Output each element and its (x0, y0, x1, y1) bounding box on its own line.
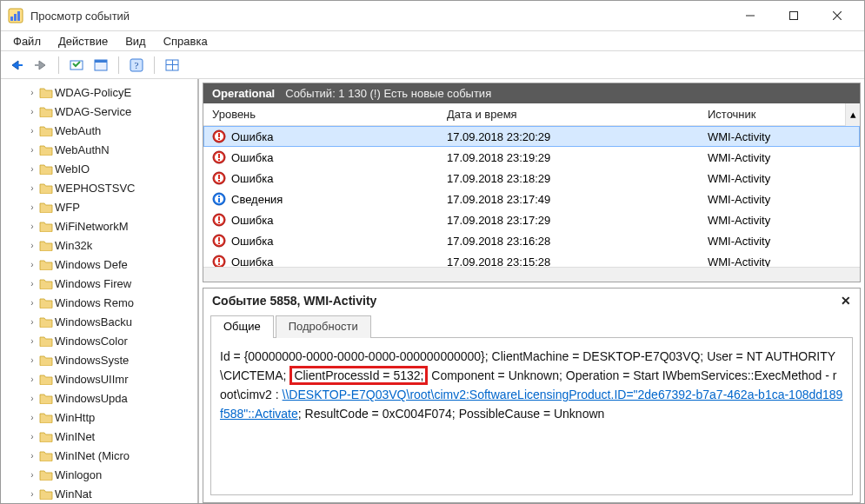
folder-icon (39, 162, 53, 175)
tree-item[interactable]: ›WebIO (4, 159, 197, 178)
tree-expand-icon[interactable]: › (27, 126, 37, 136)
tree-expand-icon[interactable]: › (27, 279, 37, 288)
menu-view[interactable]: Вид (118, 33, 153, 50)
tree-item[interactable]: ›WebAuth (4, 121, 197, 140)
show-tree-button[interactable] (66, 55, 87, 76)
tree-expand-icon[interactable]: › (27, 107, 37, 116)
cell-level: Ошибка (231, 255, 273, 268)
tab-general[interactable]: Общие (210, 315, 274, 338)
tree-expand-icon[interactable]: › (27, 317, 37, 327)
tree-item-label: WDAG-PolicyE (55, 86, 131, 99)
tree-expand-icon[interactable]: › (27, 489, 37, 499)
tree-item[interactable]: ›Windows Defe (4, 255, 197, 274)
tree-item[interactable]: ›WDAG-PolicyE (4, 83, 197, 102)
grid-rows[interactable]: Ошибка17.09.2018 23:20:29WMI-ActivityОши… (203, 126, 860, 267)
tree-expand-icon[interactable]: › (27, 470, 37, 480)
tree-item[interactable]: ›WebAuthN (4, 140, 197, 159)
svg-rect-12 (790, 12, 798, 20)
table-row[interactable]: Ошибка17.09.2018 23:20:29WMI-Activity (203, 126, 860, 147)
table-row[interactable]: Сведения17.09.2018 23:17:49WMI-Activity (203, 189, 860, 209)
cell-source: WMI-Activity (708, 235, 770, 248)
tree-expand-icon[interactable]: › (27, 355, 37, 365)
tree-expand-icon[interactable]: › (27, 298, 37, 308)
col-level[interactable]: Уровень (203, 108, 438, 121)
tree-item[interactable]: ›WDAG-Service (4, 102, 197, 121)
tree-expand-icon[interactable]: › (27, 260, 37, 269)
toolbar-separator (58, 56, 59, 74)
tree-expand-icon[interactable]: › (27, 88, 37, 97)
grid-horizontal-scrollbar[interactable] (203, 267, 860, 282)
tree-item[interactable]: ›Windows Firew (4, 274, 197, 293)
tree-expand-icon[interactable]: › (27, 413, 37, 422)
tree-expand-icon[interactable]: › (27, 202, 37, 212)
menu-action[interactable]: Действие (51, 33, 115, 50)
navigation-tree[interactable]: ›WDAG-PolicyE›WDAG-Service›WebAuth›WebAu… (1, 79, 199, 503)
tree-item[interactable]: ›Winlogon (4, 465, 197, 484)
log-subtitle: Событий: 1 130 (!) Есть новые события (285, 87, 491, 100)
minimize-button[interactable] (730, 4, 770, 27)
folder-icon (39, 392, 53, 404)
properties-button[interactable] (90, 55, 111, 76)
tree-expand-icon[interactable]: › (27, 432, 37, 441)
table-row[interactable]: Ошибка17.09.2018 23:15:28WMI-Activity (203, 251, 860, 267)
tree-expand-icon[interactable]: › (27, 183, 37, 193)
tree-item[interactable]: ›WinNat (4, 484, 197, 503)
detail-close-button[interactable]: ✕ (841, 294, 851, 308)
toolbar: ? (1, 51, 864, 79)
tree-item[interactable]: ›WinINet (4, 427, 197, 446)
tree-expand-icon[interactable]: › (27, 451, 37, 461)
tree-item[interactable]: ›WindowsBacku (4, 312, 197, 331)
menu-file[interactable]: Файл (6, 33, 48, 50)
tree-item[interactable]: ›WindowsUIImr (4, 369, 197, 388)
tree-expand-icon[interactable]: › (27, 394, 37, 403)
tree-item[interactable]: ›WEPHOSTSVC (4, 178, 197, 197)
error-icon (212, 150, 226, 164)
tree-expand-icon[interactable]: › (27, 375, 37, 384)
tree-item[interactable]: ›WFP (4, 197, 197, 216)
table-row[interactable]: Ошибка17.09.2018 23:16:28WMI-Activity (203, 230, 860, 251)
nav-forward-button[interactable] (30, 55, 51, 76)
maximize-button[interactable] (774, 4, 814, 27)
tree-item-label: WEPHOSTSVC (55, 182, 135, 195)
menu-help[interactable]: Справка (156, 33, 215, 50)
detail-seg-3: ; ResultCode = 0xC004F074; PossibleCause… (298, 407, 605, 421)
tree-item[interactable]: ›WindowsSyste (4, 350, 197, 369)
nav-back-button[interactable] (6, 55, 27, 76)
col-date[interactable]: Дата и время (438, 108, 699, 121)
tree-item[interactable]: ›WindowsColor (4, 331, 197, 350)
folder-icon (39, 468, 53, 481)
titlebar: Просмотр событий (1, 1, 864, 30)
close-button[interactable] (817, 4, 857, 27)
tree-item[interactable]: ›WinINet (Micro (4, 446, 197, 465)
info-icon (212, 192, 226, 206)
tree-item[interactable]: ›WiFiNetworkM (4, 216, 197, 235)
tree-expand-icon[interactable]: › (27, 164, 37, 174)
scroll-up-stub[interactable]: ▴ (845, 103, 860, 126)
cell-date: 17.09.2018 23:17:49 (447, 193, 550, 206)
error-icon (212, 255, 226, 267)
folder-icon (39, 220, 53, 232)
cell-source: WMI-Activity (708, 255, 770, 268)
tree-item[interactable]: ›Windows Remo (4, 293, 197, 312)
tab-details[interactable]: Подробности (276, 315, 371, 338)
tree-item-label: Windows Firew (55, 277, 131, 290)
tree-expand-icon[interactable]: › (27, 241, 37, 250)
help-button[interactable]: ? (126, 55, 147, 76)
table-row[interactable]: Ошибка17.09.2018 23:17:29WMI-Activity (203, 209, 860, 230)
tree-item[interactable]: ›WindowsUpda (4, 388, 197, 408)
folder-icon (39, 201, 53, 213)
tree-item[interactable]: ›Win32k (4, 235, 197, 255)
tree-expand-icon[interactable]: › (27, 336, 37, 346)
table-row[interactable]: Ошибка17.09.2018 23:19:29WMI-Activity (203, 147, 860, 168)
view-mode-button[interactable] (162, 55, 183, 76)
tree-item[interactable]: ›WinHttp (4, 408, 197, 427)
folder-icon (39, 449, 53, 461)
table-row[interactable]: Ошибка17.09.2018 23:18:29WMI-Activity (203, 168, 860, 189)
col-source[interactable]: Источник (699, 108, 845, 121)
error-icon (212, 129, 226, 143)
cell-level: Ошибка (231, 151, 273, 164)
tree-expand-icon[interactable]: › (27, 145, 37, 155)
grid-header-row[interactable]: Уровень Дата и время Источник ▴ (203, 103, 860, 126)
detail-text: Id = {00000000-0000-0000-0000-0000000000… (220, 347, 843, 423)
tree-expand-icon[interactable]: › (27, 222, 37, 231)
